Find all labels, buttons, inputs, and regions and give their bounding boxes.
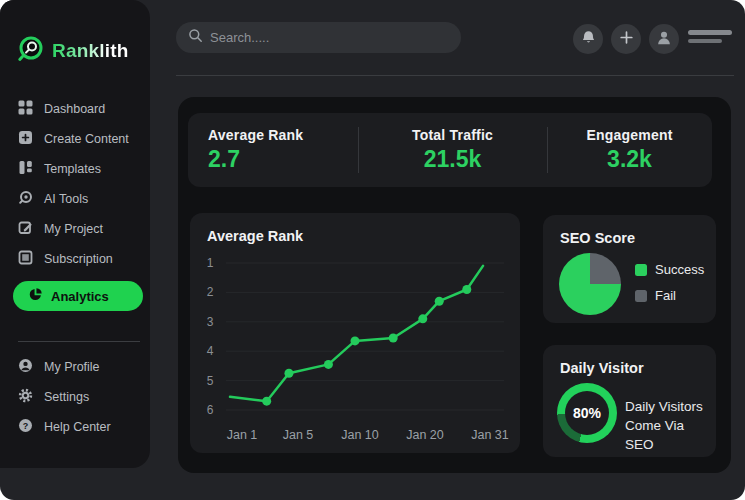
- svg-text:5: 5: [207, 374, 214, 388]
- stat-value: 2.7: [208, 146, 240, 173]
- ai-tools-icon: [18, 190, 33, 209]
- svg-text:4: 4: [207, 344, 214, 358]
- fail-swatch: [635, 290, 647, 302]
- sidebar-item-label: Templates: [44, 162, 101, 176]
- donut-hole: 80%: [565, 391, 609, 435]
- legend-label: Fail: [655, 288, 676, 303]
- sidebar-item-my-profile[interactable]: My Profile: [0, 352, 150, 382]
- header-divider: [176, 75, 734, 76]
- sidebar-item-ai-tools[interactable]: AI Tools: [0, 184, 150, 214]
- stat-label: Engagement: [586, 127, 672, 143]
- add-button[interactable]: [611, 24, 641, 54]
- templates-layout-icon: [18, 160, 33, 179]
- sidebar-item-label: Settings: [44, 390, 89, 404]
- sidebar-nav: Dashboard Create Content: [0, 94, 150, 311]
- logo: Ranklith: [16, 34, 129, 68]
- seo-score-title: SEO Score: [560, 230, 635, 246]
- magnifier-rocket-logo-icon: [16, 34, 46, 68]
- success-swatch: [635, 264, 647, 276]
- stats-divider: [358, 127, 359, 173]
- svg-text:6: 6: [207, 403, 214, 417]
- sidebar-item-templates[interactable]: Templates: [0, 154, 150, 184]
- sidebar-footer-nav: My Profile Settings ?: [0, 352, 150, 442]
- menu-icon: [688, 39, 722, 44]
- search-bar[interactable]: [176, 22, 461, 53]
- svg-text:Jan 20: Jan 20: [406, 428, 444, 442]
- sidebar-item-my-project[interactable]: My Project: [0, 214, 150, 244]
- stats-card: Average Rank 2.7 Total Traffic 21.5k Eng…: [188, 113, 712, 187]
- logo-text: Ranklith: [52, 40, 129, 62]
- search-icon: [188, 28, 203, 47]
- pie-chart-icon: [28, 287, 43, 306]
- plus-square-icon: [18, 130, 33, 149]
- svg-text:Jan 10: Jan 10: [341, 428, 379, 442]
- menu-button[interactable]: [688, 30, 732, 43]
- average-rank-line-chart: 123456Jan 1Jan 5Jan 10Jan 20Jan 31: [190, 213, 520, 453]
- daily-visitor-donut-chart: 80%: [557, 383, 617, 443]
- stat-engagement: Engagement 3.2k: [547, 113, 712, 187]
- daily-visitor-description: Daily Visitors Come Via SEO: [625, 397, 716, 454]
- user-circle-icon: [18, 358, 33, 377]
- sidebar-item-label: Help Center: [44, 420, 111, 434]
- svg-text:1: 1: [207, 256, 214, 270]
- app-window: Ranklith Dashboard C: [0, 0, 745, 500]
- seo-legend: Success Fail: [635, 262, 704, 314]
- seo-score-card: SEO Score Success Fail: [543, 215, 716, 323]
- stat-label: Total Traffic: [412, 127, 493, 143]
- legend-item-fail: Fail: [635, 288, 704, 303]
- sidebar-divider: [18, 341, 140, 342]
- sidebar-item-label: Create Content: [44, 132, 129, 146]
- content-panel: Average Rank 2.7 Total Traffic 21.5k Eng…: [178, 97, 731, 473]
- menu-icon: [688, 30, 732, 35]
- notifications-button[interactable]: [573, 24, 603, 54]
- question-circle-icon: ?: [18, 418, 33, 437]
- gear-icon: [18, 388, 33, 407]
- sidebar-item-label: Analytics: [51, 289, 109, 304]
- bell-icon: [581, 30, 596, 49]
- legend-item-success: Success: [635, 262, 704, 277]
- sidebar-item-create-content[interactable]: Create Content: [0, 124, 150, 154]
- sidebar: Ranklith Dashboard C: [0, 0, 150, 468]
- plus-icon: [619, 30, 634, 49]
- average-rank-chart-card: Average Rank 123456Jan 1Jan 5Jan 10Jan 2…: [190, 213, 520, 453]
- sidebar-item-subscription[interactable]: Subscription: [0, 244, 150, 274]
- stat-average-rank: Average Rank 2.7: [188, 113, 358, 187]
- avatar-icon: [655, 28, 673, 50]
- svg-text:Jan 5: Jan 5: [283, 428, 314, 442]
- sidebar-item-dashboard[interactable]: Dashboard: [0, 94, 150, 124]
- svg-text:Jan 31: Jan 31: [471, 428, 509, 442]
- daily-visitor-title: Daily Visitor: [560, 360, 644, 376]
- stat-total-traffic: Total Traffic 21.5k: [358, 113, 547, 187]
- donut-percentage: 80%: [573, 405, 601, 421]
- sidebar-item-label: My Project: [44, 222, 103, 236]
- user-avatar-button[interactable]: [649, 24, 679, 54]
- sidebar-item-help-center[interactable]: ? Help Center: [0, 412, 150, 442]
- svg-text:2: 2: [207, 285, 214, 299]
- subscription-card-icon: [18, 250, 33, 269]
- edit-document-icon: [18, 220, 33, 239]
- search-input[interactable]: [210, 30, 449, 45]
- daily-visitor-card: Daily Visitor 80% Daily Visitors Come Vi…: [543, 345, 716, 457]
- stat-label: Average Rank: [208, 127, 303, 143]
- sidebar-item-analytics-active[interactable]: Analytics: [13, 281, 143, 311]
- sidebar-item-label: Subscription: [44, 252, 113, 266]
- sidebar-item-label: Dashboard: [44, 102, 105, 116]
- sidebar-item-settings[interactable]: Settings: [0, 382, 150, 412]
- sidebar-item-label: My Profile: [44, 360, 100, 374]
- svg-text:3: 3: [207, 315, 214, 329]
- stat-value: 21.5k: [424, 146, 482, 173]
- stat-value: 3.2k: [607, 146, 652, 173]
- svg-text:?: ?: [23, 420, 29, 430]
- dashboard-grid-icon: [18, 100, 33, 119]
- stats-divider: [547, 127, 548, 173]
- sidebar-item-label: AI Tools: [44, 192, 88, 206]
- legend-label: Success: [655, 262, 704, 277]
- svg-text:Jan 1: Jan 1: [227, 428, 258, 442]
- seo-score-pie-chart: [559, 253, 621, 315]
